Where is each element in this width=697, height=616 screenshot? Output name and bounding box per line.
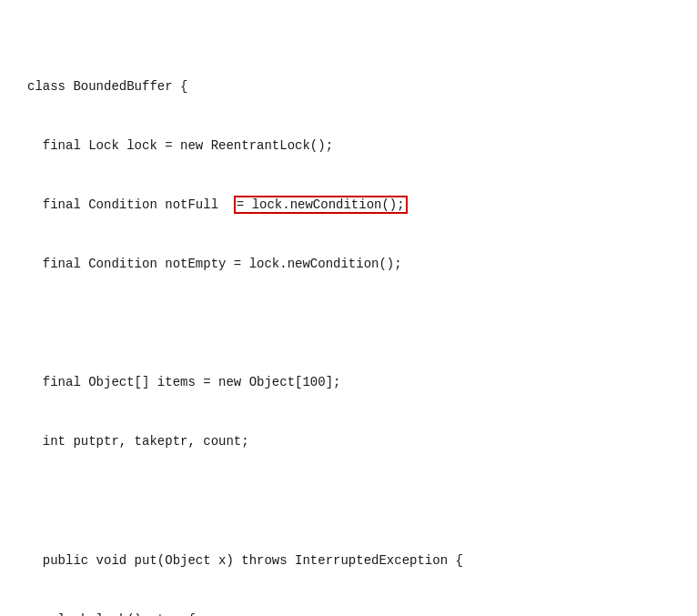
line-5	[27, 314, 670, 334]
line-7: int putptr, takeptr, count;	[27, 432, 670, 452]
line-1: class BoundedBuffer {	[27, 77, 670, 97]
line-6: final Object[] items = new Object[100];	[27, 373, 670, 393]
line-8	[27, 492, 670, 512]
line-10: lock.lock(); try {	[27, 611, 670, 616]
line-3: final Condition notFull = lock.newCondit…	[27, 196, 670, 216]
line-9: public void put(Object x) throws Interru…	[27, 551, 670, 571]
code-display: class BoundedBuffer { final Lock lock = …	[27, 18, 670, 616]
line-4: final Condition notEmpty = lock.newCondi…	[27, 255, 670, 275]
highlight-notfull-condition: = lock.newCondition();	[234, 196, 408, 214]
line-2: final Lock lock = new ReentrantLock();	[27, 136, 670, 157]
